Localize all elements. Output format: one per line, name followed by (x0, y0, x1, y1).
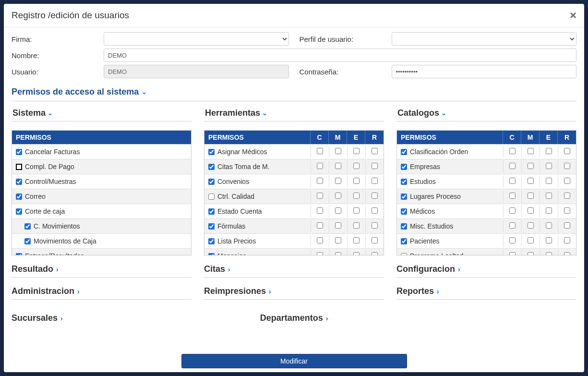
resultado-toggle[interactable]: Resultado › (12, 264, 59, 274)
administracion-toggle[interactable]: Administracion › (12, 286, 80, 296)
cmer-checkbox[interactable] (546, 178, 552, 184)
cmer-checkbox[interactable] (335, 222, 341, 229)
cmer-checkbox[interactable] (353, 178, 360, 184)
permission-checkbox[interactable] (401, 223, 407, 230)
permission-checkbox[interactable] (208, 238, 215, 244)
cmer-checkbox[interactable] (372, 237, 378, 243)
cmer-checkbox[interactable] (372, 163, 378, 169)
permission-checkbox[interactable] (16, 149, 22, 155)
modificar-button[interactable]: Modificar (181, 354, 407, 368)
permission-checkbox[interactable] (208, 253, 215, 256)
perfil-select[interactable] (392, 32, 577, 46)
permission-checkbox[interactable] (401, 149, 407, 155)
cmer-checkbox[interactable] (335, 178, 341, 184)
cmer-checkbox[interactable] (372, 193, 378, 199)
cmer-checkbox[interactable] (509, 222, 516, 229)
configuracion-toggle[interactable]: Configuracion › (396, 264, 460, 274)
cmer-checkbox[interactable] (528, 252, 534, 255)
cmer-checkbox[interactable] (317, 237, 323, 243)
sucursales-toggle[interactable]: Sucursales › (12, 313, 63, 323)
cmer-checkbox[interactable] (528, 222, 534, 229)
catalogos-table[interactable]: PERMISOS C M E R Clasificación OrdenEmpr… (396, 130, 576, 255)
cmer-checkbox[interactable] (317, 193, 323, 199)
cmer-checkbox[interactable] (564, 178, 570, 184)
permission-checkbox[interactable] (16, 164, 22, 170)
cmer-checkbox[interactable] (528, 178, 534, 184)
cmer-checkbox[interactable] (335, 252, 341, 255)
cmer-checkbox[interactable] (317, 252, 323, 255)
cmer-checkbox[interactable] (317, 163, 323, 169)
cmer-checkbox[interactable] (317, 148, 323, 154)
cmer-checkbox[interactable] (353, 163, 360, 169)
cmer-checkbox[interactable] (546, 193, 552, 199)
permission-checkbox[interactable] (401, 179, 407, 185)
cmer-checkbox[interactable] (546, 222, 552, 229)
cmer-checkbox[interactable] (509, 163, 516, 169)
cmer-checkbox[interactable] (372, 222, 378, 229)
cmer-checkbox[interactable] (546, 237, 552, 243)
permission-checkbox[interactable] (208, 194, 215, 200)
herramientas-table[interactable]: PERMISOS C M E R Asignar MédicosCitas To… (204, 130, 384, 255)
permission-checkbox[interactable] (16, 253, 22, 256)
permission-checkbox[interactable] (401, 238, 407, 244)
permissions-scroll-area[interactable]: Permisos de acceso al sistema ⌄ Sistema … (4, 83, 584, 350)
sistema-toggle[interactable]: Sistema ⌄ (12, 108, 192, 118)
cmer-checkbox[interactable] (335, 207, 341, 214)
permission-checkbox[interactable] (208, 208, 215, 215)
nombre-input[interactable] (104, 49, 576, 62)
contrasena-input[interactable] (392, 65, 577, 78)
cmer-checkbox[interactable] (335, 163, 341, 169)
cmer-checkbox[interactable] (372, 178, 378, 184)
cmer-checkbox[interactable] (564, 193, 570, 199)
close-icon[interactable]: × (570, 10, 576, 21)
cmer-checkbox[interactable] (564, 252, 570, 255)
cmer-checkbox[interactable] (546, 207, 552, 214)
cmer-checkbox[interactable] (335, 193, 341, 199)
cmer-checkbox[interactable] (546, 148, 552, 154)
cmer-checkbox[interactable] (372, 148, 378, 154)
permission-checkbox[interactable] (24, 238, 31, 244)
cmer-checkbox[interactable] (528, 193, 534, 199)
cmer-checkbox[interactable] (528, 148, 534, 154)
cmer-checkbox[interactable] (317, 222, 323, 229)
cmer-checkbox[interactable] (509, 252, 516, 255)
permission-checkbox[interactable] (24, 223, 31, 230)
cmer-checkbox[interactable] (564, 148, 570, 154)
permission-checkbox[interactable] (16, 179, 22, 185)
cmer-checkbox[interactable] (372, 252, 378, 255)
cmer-checkbox[interactable] (317, 207, 323, 214)
cmer-checkbox[interactable] (353, 237, 360, 243)
permission-checkbox[interactable] (208, 179, 215, 185)
cmer-checkbox[interactable] (509, 193, 516, 199)
cmer-checkbox[interactable] (564, 207, 570, 214)
cmer-checkbox[interactable] (335, 237, 341, 243)
cmer-checkbox[interactable] (564, 163, 570, 169)
cmer-checkbox[interactable] (372, 207, 378, 214)
cmer-checkbox[interactable] (509, 237, 516, 243)
permission-checkbox[interactable] (401, 208, 407, 215)
cmer-checkbox[interactable] (335, 148, 341, 154)
herramientas-toggle[interactable]: Herramientas ⌄ (204, 108, 384, 118)
permission-checkbox[interactable] (208, 164, 215, 170)
cmer-checkbox[interactable] (564, 237, 570, 243)
cmer-checkbox[interactable] (353, 207, 360, 214)
permission-checkbox[interactable] (208, 149, 215, 155)
cmer-checkbox[interactable] (528, 237, 534, 243)
cmer-checkbox[interactable] (546, 163, 552, 169)
cmer-checkbox[interactable] (353, 252, 360, 255)
permission-checkbox[interactable] (401, 194, 407, 200)
permission-checkbox[interactable] (16, 208, 22, 215)
cmer-checkbox[interactable] (509, 207, 516, 214)
sistema-table[interactable]: PERMISOS Cancelar FacturasCompl. De Pago… (12, 130, 192, 255)
cmer-checkbox[interactable] (353, 193, 360, 199)
citas-toggle[interactable]: Citas › (204, 264, 230, 274)
permission-checkbox[interactable] (401, 253, 407, 256)
cmer-checkbox[interactable] (564, 222, 570, 229)
permission-checkbox[interactable] (401, 164, 407, 170)
cmer-checkbox[interactable] (353, 222, 360, 229)
reportes-toggle[interactable]: Reportes › (396, 286, 439, 296)
cmer-checkbox[interactable] (509, 148, 516, 154)
cmer-checkbox[interactable] (353, 148, 360, 154)
reimpresiones-toggle[interactable]: Reimpresiones › (204, 286, 271, 296)
cmer-checkbox[interactable] (546, 252, 552, 255)
